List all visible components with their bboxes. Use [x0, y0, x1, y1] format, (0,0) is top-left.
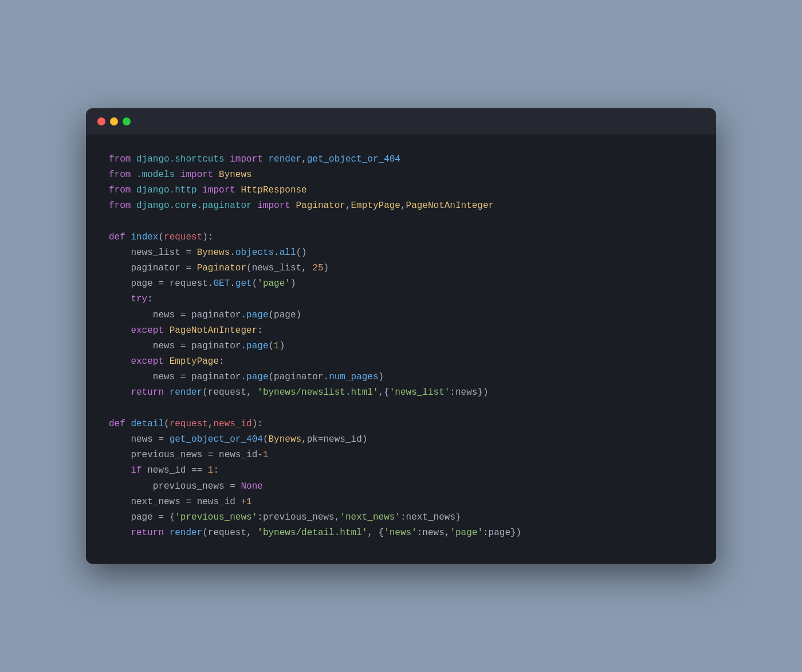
code-line-4: from django.core.paginator import Pagina…: [109, 198, 693, 214]
code-line-1: from django.shortcuts import render,get_…: [109, 152, 693, 167]
close-button[interactable]: [97, 117, 105, 125]
code-line-21: next_news = news_id +1: [109, 494, 693, 510]
code-line-10: news = paginator.page(page): [109, 308, 693, 323]
code-line-17: news = get_object_or_404(Bynews,pk=news_…: [109, 432, 693, 447]
blank-line-1: [109, 214, 693, 229]
code-line-22: page = {'previous_news':previous_news,'n…: [109, 510, 693, 525]
blank-line-2: [109, 401, 693, 416]
code-line-11: except PageNotAnInteger:: [109, 323, 693, 339]
code-line-8: page = request.GET.get('page'): [109, 276, 693, 292]
code-line-3: from django.http import HttpResponse: [109, 183, 693, 198]
code-line-15: return render(request, 'bynews/newslist.…: [109, 385, 693, 400]
code-line-2: from .models import Bynews: [109, 167, 693, 183]
code-line-12: news = paginator.page(1): [109, 339, 693, 354]
code-line-6: news_list = Bynews.objects.all(): [109, 245, 693, 261]
code-line-7: paginator = Paginator(news_list, 25): [109, 261, 693, 276]
code-content: from django.shortcuts import render,get_…: [86, 135, 716, 564]
code-line-13: except EmptyPage:: [109, 354, 693, 370]
maximize-button[interactable]: [123, 117, 131, 125]
minimize-button[interactable]: [110, 117, 118, 125]
code-line-16: def detail(request,news_id):: [109, 416, 693, 432]
code-line-18: previous_news = news_id-1: [109, 447, 693, 463]
code-line-20: previous_news = None: [109, 479, 693, 494]
code-line-9: try:: [109, 292, 693, 307]
code-line-5: def index(request):: [109, 230, 693, 245]
code-line-14: news = paginator.page(paginator.num_page…: [109, 370, 693, 385]
titlebar: [86, 108, 716, 135]
code-line-19: if news_id == 1:: [109, 463, 693, 478]
code-line-23: return render(request, 'bynews/detail.ht…: [109, 525, 693, 541]
code-editor-window: from django.shortcuts import render,get_…: [86, 108, 716, 564]
